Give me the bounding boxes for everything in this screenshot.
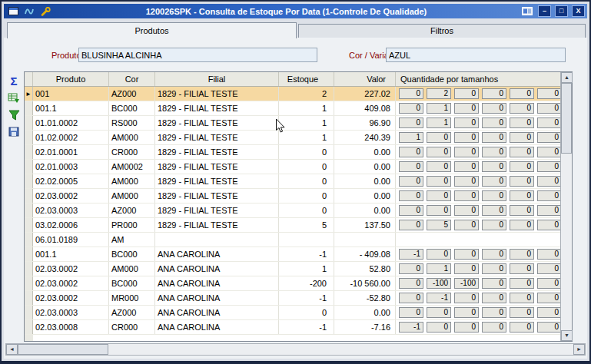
row-indicator (25, 189, 33, 203)
table-row[interactable]: 06.01.0189AM (25, 233, 560, 247)
funnel-icon (8, 110, 20, 121)
qty-box: 0 (510, 103, 534, 114)
table-row[interactable]: 02.03.0002AM000ANA CAROLINA152.80010000 (25, 262, 560, 276)
table-row[interactable]: 01.02.0002AM0001829 - FILIAL TESTE1240.3… (25, 131, 560, 145)
sum-button[interactable]: Σ (6, 74, 22, 88)
minimize-button[interactable]: – (538, 5, 551, 17)
header-estoque[interactable]: Estoque (279, 72, 334, 86)
cell-tamanhos: 020000 (396, 87, 560, 101)
qty-box: 0 (399, 161, 423, 172)
cell-produto: 02.03.0002 (33, 189, 109, 203)
cell-tamanhos (396, 233, 560, 247)
qty-box: 0 (454, 176, 479, 187)
cell-produto: 06.01.0189 (33, 233, 109, 247)
qty-box: 0 (482, 205, 506, 216)
table-row[interactable]: 02.03.0003AZ0001829 - FILIAL TESTE00.000… (25, 204, 560, 218)
qty-box: 0 (427, 307, 451, 318)
table-row[interactable]: 001.1BC0001829 - FILIAL TESTE1409.080100… (25, 101, 560, 116)
cell-filial: 1829 - FILIAL TESTE (155, 116, 279, 130)
cell-filial: ANA CAROLINA (155, 262, 279, 276)
table-row[interactable]: 001.1BC000ANA CAROLINA-1- 409.08-100000 (25, 247, 560, 262)
maximize-button[interactable]: □ (555, 5, 568, 17)
qty-box: 0 (399, 176, 423, 187)
qty-box: 0 (537, 161, 560, 172)
row-indicator (25, 101, 33, 115)
cell-tamanhos: 010000 (396, 116, 560, 130)
table-row[interactable]: 01.01.0002RS0001829 - FILIAL TESTE196.90… (25, 116, 560, 131)
qty-box: 1 (427, 117, 451, 128)
cell-cor: AZ000 (109, 306, 155, 319)
export-grid-button[interactable] (6, 91, 22, 104)
cell-valor: 137.50 (334, 218, 396, 232)
cell-tamanhos: 010000 (396, 101, 560, 115)
cell-cor: AM000 (109, 174, 155, 188)
row-indicator (25, 262, 33, 276)
scroll-right-icon[interactable]: ► (573, 344, 585, 355)
cell-tamanhos: 000000 (396, 160, 560, 174)
qty-box: 0 (482, 293, 506, 303)
header-filial[interactable]: Filial (155, 72, 279, 86)
qty-box: 0 (454, 161, 479, 172)
cell-valor: -52.80 (334, 291, 396, 305)
cell-produto: 01.01.0002 (33, 116, 109, 130)
cell-valor: 0.00 (334, 174, 396, 188)
scroll-left-icon[interactable]: ◄ (6, 344, 18, 355)
table-row[interactable]: 03.02.0006PR0001829 - FILIAL TESTE5137.5… (25, 218, 560, 233)
tab-produtos[interactable]: Produtos (7, 22, 297, 38)
header-valor[interactable]: Valor (334, 72, 396, 86)
table-row[interactable]: 02.03.0002MR000ANA CAROLINA-1-52.800-100… (25, 291, 560, 306)
cell-cor: RS000 (109, 116, 155, 130)
panel-layout-icon[interactable] (520, 5, 534, 17)
qty-box: 0 (537, 132, 560, 143)
cell-tamanhos: 050000 (396, 218, 560, 232)
cell-filial (155, 233, 279, 247)
cor-variante-field[interactable] (386, 48, 566, 62)
qty-box: 0 (454, 293, 479, 303)
cell-filial: 1829 - FILIAL TESTE (155, 101, 279, 115)
save-button[interactable] (6, 125, 22, 138)
qty-box: 0 (510, 190, 534, 201)
qty-box: 0 (510, 322, 534, 333)
qty-box: 0 (399, 293, 423, 303)
qty-box: 1 (427, 263, 451, 274)
vertical-scroll-thumb[interactable] (561, 83, 572, 154)
qty-box: 0 (537, 147, 560, 157)
cell-tamanhos: 010000 (396, 262, 560, 276)
table-row[interactable]: 02.02.0005AM0001829 - FILIAL TESTE00.000… (25, 174, 560, 189)
window-title: 120026SPK - Consulta de Estoque Por Data… (55, 7, 518, 16)
close-button[interactable]: X (572, 5, 585, 17)
table-row[interactable]: 02.03.0002BC000ANA CAROLINA-200-10 560.0… (25, 276, 560, 291)
table-row[interactable]: 02.03.0002AM0001829 - FILIAL TESTE00.000… (25, 189, 560, 204)
qty-box: 0 (510, 117, 534, 128)
horizontal-scrollbar[interactable]: ◄ ► (5, 343, 586, 356)
cell-filial: ANA CAROLINA (155, 276, 279, 290)
qty-box: 0 (399, 88, 423, 99)
vertical-scrollbar[interactable]: ▲ ▼ (560, 72, 572, 341)
cell-produto: 02.03.0002 (33, 291, 109, 305)
horizontal-scroll-thumb[interactable] (18, 344, 108, 355)
table-row[interactable]: 02.03.0008CR000ANA CAROLINA-1-7.16-10000… (25, 320, 560, 335)
header-produto[interactable]: Produto (33, 72, 109, 86)
table-row[interactable]: 02.03.0003AZ000ANA CAROLINA00.00000000 (25, 306, 560, 320)
tab-filtros[interactable]: Filtros (298, 24, 586, 38)
table-row[interactable]: ►001AZ0001829 - FILIAL TESTE2227.0202000… (25, 87, 560, 101)
header-cor[interactable]: Cor (109, 72, 155, 86)
qty-box: 0 (510, 88, 534, 99)
scroll-down-icon[interactable]: ▼ (561, 330, 573, 341)
header-tamanhos[interactable]: Quantidade por tamanhos (396, 72, 560, 86)
qty-box: 0 (537, 88, 560, 99)
qty-box: 0 (427, 249, 451, 260)
cell-cor: AM000 (109, 189, 155, 203)
cell-filial: 1829 - FILIAL TESTE (155, 87, 279, 101)
cell-filial: ANA CAROLINA (155, 247, 279, 261)
export-grid-icon (8, 93, 20, 104)
cell-tamanhos: 000000 (396, 145, 560, 159)
table-row[interactable]: 02.01.0001CR0001829 - FILIAL TESTE00.000… (25, 145, 560, 160)
qty-box: 2 (427, 88, 451, 99)
produto-field[interactable] (78, 48, 317, 62)
filter-button[interactable] (6, 108, 22, 121)
qty-box: 0 (399, 190, 423, 201)
scroll-up-icon[interactable]: ▲ (561, 72, 573, 83)
cell-produto: 02.03.0008 (33, 320, 109, 334)
table-row[interactable]: 02.01.0003AM00021829 - FILIAL TESTE00.00… (25, 160, 560, 174)
